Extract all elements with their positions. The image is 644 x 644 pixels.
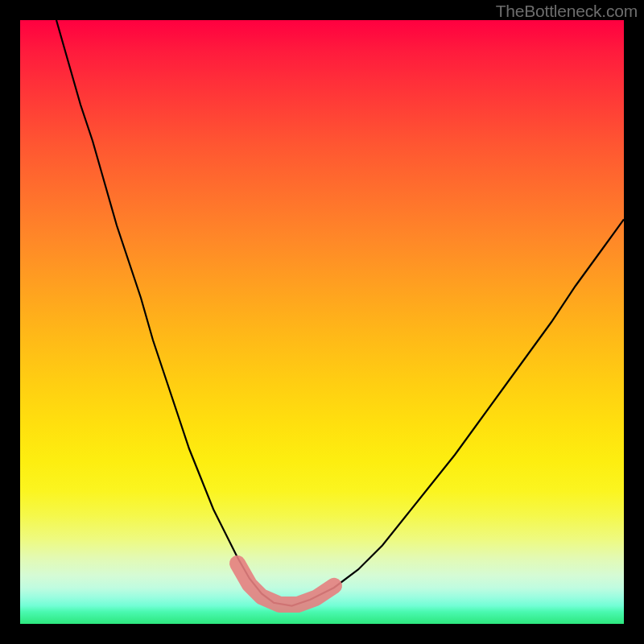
trough-highlight: [237, 564, 334, 605]
chart-container: TheBottleneck.com: [0, 0, 644, 644]
chart-svg: [20, 20, 624, 624]
bottleneck-curve: [56, 20, 624, 606]
plot-area: [20, 20, 624, 624]
watermark: TheBottleneck.com: [496, 2, 638, 21]
